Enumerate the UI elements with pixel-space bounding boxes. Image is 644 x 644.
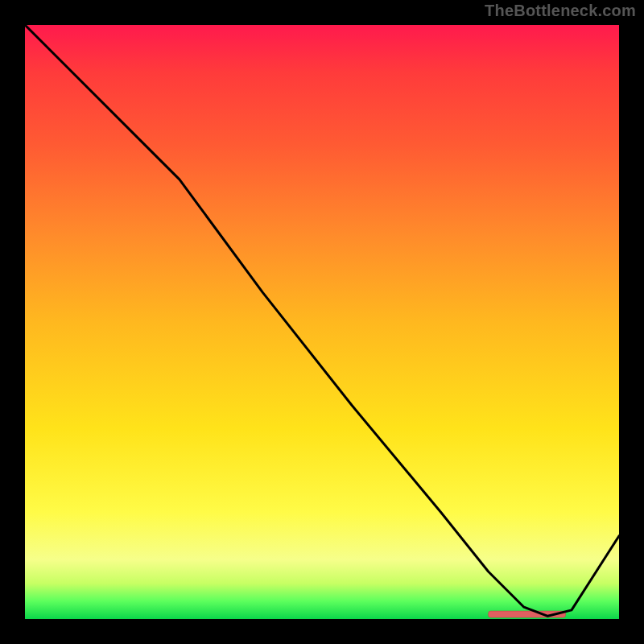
gradient-plot-area bbox=[25, 25, 619, 619]
attribution-label: TheBottleneck.com bbox=[485, 2, 636, 20]
chart-frame: TheBottleneck.com bbox=[0, 0, 644, 644]
